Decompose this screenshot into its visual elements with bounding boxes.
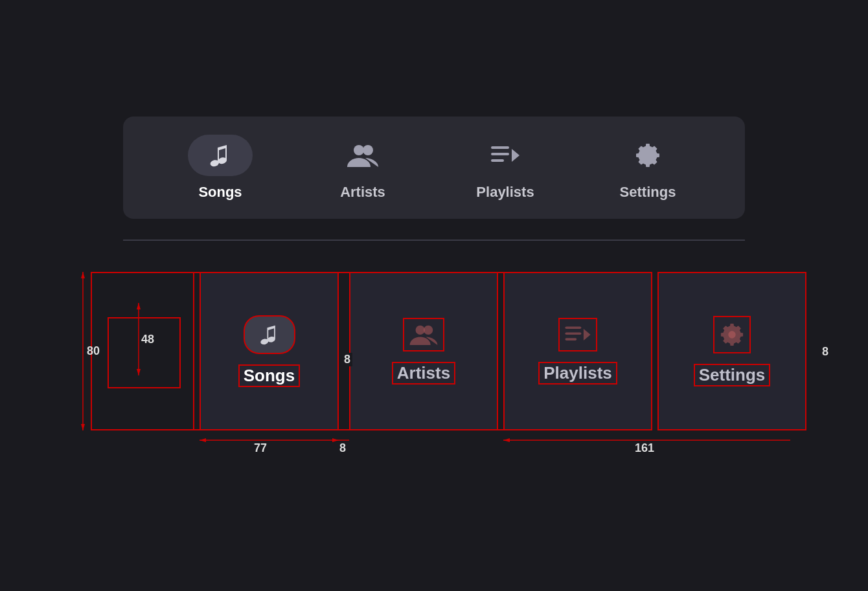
nav-icon-wrap-artists (330, 135, 395, 176)
nav-label-songs: Songs (198, 184, 242, 201)
nav-label-settings: Settings (620, 184, 676, 201)
nav-icon-wrap-settings (615, 135, 680, 176)
nav-item-songs[interactable]: Songs (181, 135, 259, 201)
tab-artists-label: Artists (392, 362, 455, 385)
nav-item-playlists[interactable]: Playlists (466, 135, 544, 201)
svg-point-0 (354, 145, 364, 155)
settings-icon (635, 142, 661, 168)
svg-marker-5 (512, 149, 520, 162)
svg-point-6 (416, 326, 425, 335)
svg-rect-2 (491, 146, 509, 149)
nav-icon-wrap-songs (188, 135, 253, 176)
svg-rect-8 (565, 327, 581, 329)
svg-rect-4 (491, 159, 504, 162)
svg-point-7 (424, 326, 433, 335)
nav-bar: Songs Artists (123, 117, 745, 219)
playlists-icon (491, 144, 520, 167)
tab-settings-box[interactable]: Settings 8 (657, 272, 806, 430)
tab-playlists-box[interactable]: Playlists (503, 272, 652, 430)
svg-text:161: 161 (635, 441, 654, 454)
svg-text:77: 77 (254, 441, 267, 454)
svg-rect-3 (491, 153, 509, 155)
tab-settings-label: Settings (694, 364, 771, 386)
tab-artists-icon-wrap (403, 318, 444, 351)
tab-artists-box[interactable]: Artists (349, 272, 498, 430)
tab-playlists-label: Playlists (538, 362, 617, 385)
divider (123, 240, 745, 241)
gap-label-8-left: 8 (342, 353, 352, 366)
tab-songs-label: Songs (238, 364, 300, 387)
tab-music-note-icon (259, 323, 280, 346)
svg-text:8: 8 (339, 441, 346, 454)
inner-annotation-box (108, 317, 181, 388)
artists-icon (347, 144, 378, 167)
nav-icon-wrap-playlists (473, 135, 538, 176)
svg-point-1 (363, 145, 373, 155)
gap-badge-8-right: 8 (822, 344, 828, 358)
nav-item-artists[interactable]: Artists (324, 135, 402, 201)
tab-playlists-icon-wrap (558, 318, 597, 351)
svg-rect-9 (565, 332, 581, 335)
tab-songs-box[interactable]: Songs (200, 272, 339, 430)
nav-item-settings[interactable]: Settings (609, 135, 687, 201)
nav-label-artists: Artists (340, 184, 385, 201)
nav-label-playlists: Playlists (476, 184, 534, 201)
svg-marker-11 (584, 329, 591, 340)
left-box (91, 272, 194, 430)
tab-settings-icon-wrap (713, 316, 751, 353)
tab-artists-icon (409, 324, 438, 345)
svg-marker-27 (503, 438, 510, 442)
tab-songs-icon-wrap (244, 315, 295, 354)
tab-playlists-icon (565, 324, 591, 345)
svg-marker-21 (200, 438, 206, 442)
svg-rect-10 (565, 338, 577, 340)
svg-marker-13 (81, 272, 85, 278)
music-note-icon (209, 142, 232, 168)
svg-marker-14 (81, 424, 85, 430)
svg-marker-22 (332, 438, 339, 442)
tab-settings-icon (720, 322, 744, 347)
